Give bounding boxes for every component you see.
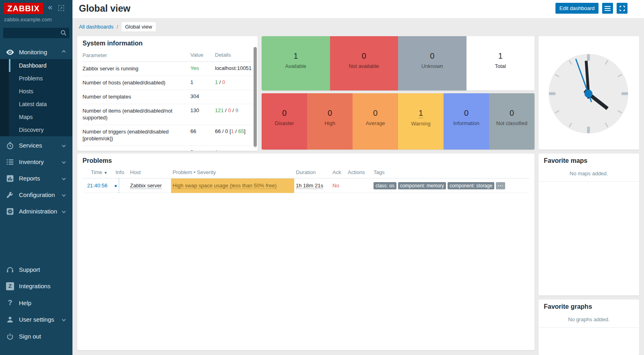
value-cell: 2 <box>190 149 215 151</box>
time-cell: 21:40:56 <box>83 183 107 189</box>
block-label: Not classified <box>496 120 527 126</box>
details-cell: 1 <box>215 149 252 151</box>
details-segment: / <box>224 107 228 113</box>
ack-link[interactable]: No <box>332 183 339 189</box>
sidebar-item-problems[interactable]: Problems <box>9 72 72 85</box>
search-input[interactable] <box>6 28 58 38</box>
block-label: Not available <box>349 63 379 69</box>
details-cell: 121 / 0 / 9 <box>215 107 252 113</box>
sidebar-item-label: Administration <box>19 208 62 215</box>
block-count: 0 <box>328 109 332 118</box>
sort-desc-icon[interactable]: ▼ <box>104 171 107 175</box>
block-count: 1 <box>498 51 503 61</box>
severity-block-average: 0Average <box>353 93 398 150</box>
parameter-cell: Number of templates <box>83 93 190 100</box>
empty-message: No maps added. <box>539 167 639 182</box>
severity-block-warning: 1Warning <box>398 93 444 150</box>
wrench-icon <box>5 190 15 200</box>
sidebar-item-help[interactable]: ? Help <box>0 295 72 311</box>
sidebar-item-services[interactable]: Services <box>0 137 72 154</box>
block-count: 0 <box>510 109 514 118</box>
dashboard-menu-button[interactable] <box>602 3 613 14</box>
sidebar-item-monitoring[interactable]: Monitoring <box>0 44 72 60</box>
severity-block-not-classified: 0Not classified <box>489 93 535 150</box>
sidebar-item-inventory[interactable]: Inventory <box>0 154 72 170</box>
sidebar-item-label: User settings <box>19 316 62 323</box>
sidebar-item-user-settings[interactable]: User settings <box>0 311 72 328</box>
widget-title: Problems <box>77 154 535 167</box>
system-information-table: Parameter Value Details Zabbix server is… <box>77 49 258 151</box>
tag-badge: component: memory <box>398 182 446 189</box>
table-row: Zabbix server is runningYeslocalhost:100… <box>83 62 252 76</box>
breadcrumb-current: Global view <box>122 22 156 31</box>
details-segment: 121 <box>215 107 224 113</box>
block-label: Average <box>365 120 385 126</box>
block-label: High <box>324 120 335 126</box>
edit-dashboard-button[interactable]: Edit dashboard <box>555 3 599 14</box>
chevron-down-icon <box>62 160 66 164</box>
zabbix-logo[interactable]: ZABBIX <box>4 3 43 14</box>
sidebar-item-latest-data[interactable]: Latest data <box>9 98 72 111</box>
sidebar-item-hosts[interactable]: Hosts <box>9 85 72 98</box>
column-actions: Actions <box>347 169 372 175</box>
table-row: Number of hosts (enabled/disabled)11 / 0 <box>83 76 252 90</box>
details-segment: 9 <box>235 107 238 113</box>
block-count[interactable]: 1 <box>419 109 423 118</box>
block-label: Warning <box>411 121 431 127</box>
problems-by-severity-widget: 0Disaster0High0Average1Warning0Informati… <box>262 93 535 150</box>
sidebar-item-configuration[interactable]: Configuration <box>0 187 72 203</box>
duration-cell: 1h 18m 21s <box>294 183 330 189</box>
details-segment: / <box>231 107 235 113</box>
analog-clock <box>544 49 633 138</box>
availability-block-not-available: 0Not available <box>330 36 398 90</box>
duration-link[interactable]: 1h 18m 21s <box>296 183 323 189</box>
favorite-maps-widget: Favorite maps No maps added. <box>539 154 639 295</box>
parameter-cell: Number of items (enabled/disabled/not su… <box>83 107 190 121</box>
details-segment: 0 <box>228 107 231 113</box>
block-label: Total <box>495 63 506 69</box>
widget-title: Favorite graphs <box>539 300 639 313</box>
host-link[interactable]: Zabbix server <box>130 183 162 189</box>
details-cell: localhost:10051 <box>215 65 252 71</box>
details-segment: 1 <box>215 149 218 151</box>
sidebar-item-integrations[interactable]: Z Integrations <box>0 278 72 294</box>
z-box-icon: Z <box>5 281 15 291</box>
block-count: 0 <box>464 109 469 118</box>
time-link[interactable]: 21:40:56 <box>87 183 107 189</box>
user-icon <box>5 315 15 324</box>
scrollbar-thumb[interactable] <box>254 47 257 147</box>
sidebar-item-maps[interactable]: Maps <box>9 111 72 123</box>
column-tags: Tags <box>372 169 529 175</box>
more-tags-button[interactable]: ··· <box>496 182 505 189</box>
server-name: zabbix.example.com <box>4 16 52 23</box>
page-header: Global view Edit dashboard <box>72 0 644 18</box>
column-parameter: Parameter <box>83 52 190 59</box>
problem-cell: High swap space usage (less than 50% fre… <box>171 179 294 193</box>
sidebar-item-label: Services <box>19 142 62 149</box>
sidebar-item-label: Configuration <box>19 191 62 198</box>
details-segment: 66 / 0 [ <box>215 128 231 134</box>
collapse-sidebar-icon[interactable]: « <box>48 2 52 12</box>
table-row: Number of templates304 <box>83 90 252 104</box>
fullscreen-icon[interactable] <box>617 3 627 14</box>
breadcrumb-all-dashboards[interactable]: All dashboards <box>79 24 114 30</box>
sidebar-item-support[interactable]: Support <box>0 261 72 278</box>
sidebar-item-discovery[interactable]: Discovery <box>9 123 72 136</box>
parameter-cell: Zabbix server is running <box>83 65 190 72</box>
bar-chart-icon <box>5 174 15 183</box>
sidebar-item-sign-out[interactable]: Sign out <box>0 328 72 345</box>
timeline-separator <box>119 179 119 193</box>
kiosk-mode-icon[interactable]: ↗ <box>58 5 64 11</box>
stopwatch-icon <box>5 141 15 150</box>
details-segment: / <box>218 79 222 85</box>
block-count: 0 <box>373 109 378 118</box>
timeline-dot <box>115 185 117 187</box>
sidebar-item-dashboard[interactable]: Dashboard <box>9 59 72 72</box>
column-time: Time▼ <box>83 169 107 175</box>
problem-link[interactable]: High swap space usage (less than 50% fre… <box>173 183 277 189</box>
column-value: Value <box>190 52 215 59</box>
sidebar-item-reports[interactable]: Reports <box>0 170 72 187</box>
sidebar-item-administration[interactable]: Administration <box>0 203 72 220</box>
column-details: Details <box>215 52 252 59</box>
parameter-cell: Number of users (online) <box>83 149 190 151</box>
